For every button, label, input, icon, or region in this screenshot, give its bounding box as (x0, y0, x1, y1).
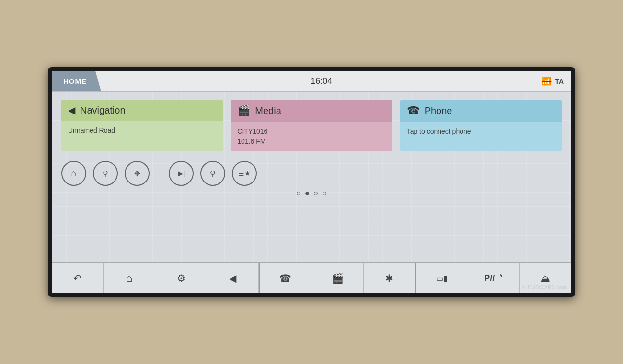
parking-button[interactable]: P//︑ (468, 263, 520, 293)
top-bar-right: 📶 TA (542, 71, 571, 91)
bluetooth-button[interactable]: ✱ (364, 263, 415, 293)
home-nav-icon-btn[interactable]: ⌂ (61, 161, 86, 186)
map-nav-icon: ✥ (134, 169, 140, 178)
bluetooth-icon: ✱ (385, 273, 393, 284)
phone-card-icon: ☎ (407, 104, 420, 117)
home-tab[interactable]: HOME (52, 71, 101, 91)
media-station-name: CITY1016 (237, 126, 385, 136)
nav-button[interactable]: ◀ (207, 263, 259, 293)
phone-card[interactable]: ☎ Phone Tap to connect phone (400, 100, 562, 151)
page-dot-3[interactable] (314, 192, 318, 195)
phone-card-body: Tap to connect phone (400, 122, 562, 151)
nav-icons-group: ⌂ ⚲ ✥ (61, 161, 150, 186)
phone-button[interactable]: ☎ (259, 263, 312, 293)
media-card-title: Media (255, 105, 281, 116)
pagination-dots (52, 188, 571, 197)
media-source-icon: ▶| (178, 170, 185, 177)
car-screen-wrapper: HOME 16:04 📶 TA ◀ Navigation (48, 67, 575, 297)
cards-row: ◀ Navigation Unnamed Road 🎬 Media CITY10… (52, 92, 571, 155)
bottom-bar: ↶ ⌂ ⚙ ◀ ☎ 🎬 ✱ ▭▮ P//︑ (52, 262, 571, 293)
search-nav-icon-btn[interactable]: ⚲ (93, 161, 118, 186)
settings-button[interactable]: ⚙ (155, 263, 207, 293)
icon-group-separator (150, 161, 169, 186)
antenna-icon: 📶 (542, 77, 551, 86)
camera-icon: ▭▮ (436, 274, 448, 283)
home-tab-label: HOME (63, 77, 87, 85)
camera-button[interactable]: ▭▮ (415, 263, 468, 293)
media-list-icon-btn[interactable]: ☰★ (232, 161, 257, 186)
media-search-icon: ⚲ (210, 169, 216, 178)
back-button[interactable]: ↶ (52, 263, 104, 293)
navigation-card-header: ◀ Navigation (61, 100, 223, 121)
phone-icon: ☎ (279, 273, 291, 284)
media-search-icon-btn[interactable]: ⚲ (200, 161, 225, 186)
page-dot-4[interactable] (323, 192, 326, 195)
icons-section: ⌂ ⚲ ✥ ▶| ⚲ (52, 155, 571, 188)
infotainment-screen: HOME 16:04 📶 TA ◀ Navigation (52, 71, 571, 293)
navigation-card-body: Unnamed Road (61, 121, 223, 151)
nav-icon: ◀ (229, 273, 236, 284)
clock-display: 16:04 (101, 71, 542, 91)
media-icon: 🎬 (332, 273, 344, 284)
settings-icon: ⚙ (177, 273, 185, 284)
page-dot-1[interactable] (297, 192, 300, 195)
ta-label: TA (555, 78, 564, 85)
page-dot-2[interactable] (305, 192, 309, 195)
top-bar: HOME 16:04 📶 TA (52, 71, 571, 92)
home-nav-icon: ⌂ (71, 169, 77, 179)
home-button[interactable]: ⌂ (104, 263, 155, 293)
phone-card-title: Phone (425, 105, 452, 116)
parking-icon: P//︑ (484, 273, 503, 284)
map-nav-icon-btn[interactable]: ✥ (125, 161, 150, 186)
media-card[interactable]: 🎬 Media CITY1016 101.6 FM (231, 100, 392, 151)
media-button[interactable]: 🎬 (312, 263, 363, 293)
media-icons-group: ▶| ⚲ ☰★ (169, 161, 257, 186)
media-frequency: 101.6 FM (237, 136, 385, 147)
watermark: © DUBICARS.com (522, 284, 566, 290)
search-nav-icon: ⚲ (103, 169, 108, 178)
media-list-icon: ☰★ (238, 170, 251, 177)
navigation-card-title: Navigation (80, 105, 126, 116)
home-icon: ⌂ (126, 272, 132, 284)
navigation-card-icon: ◀ (68, 104, 75, 116)
phone-card-header: ☎ Phone (400, 100, 562, 122)
media-source-icon-btn[interactable]: ▶| (169, 161, 194, 186)
phone-subtitle: Tap to connect phone (407, 127, 471, 135)
navigation-card[interactable]: ◀ Navigation Unnamed Road (61, 100, 223, 151)
back-icon: ↶ (73, 273, 81, 284)
media-card-header: 🎬 Media (231, 100, 392, 122)
media-card-icon: 🎬 (237, 104, 250, 117)
navigation-subtitle: Unnamed Road (68, 126, 115, 134)
media-card-body: CITY1016 101.6 FM (231, 122, 392, 151)
main-content: ◀ Navigation Unnamed Road 🎬 Media CITY10… (52, 92, 571, 262)
terrain-icon: ⛰ (541, 273, 550, 284)
